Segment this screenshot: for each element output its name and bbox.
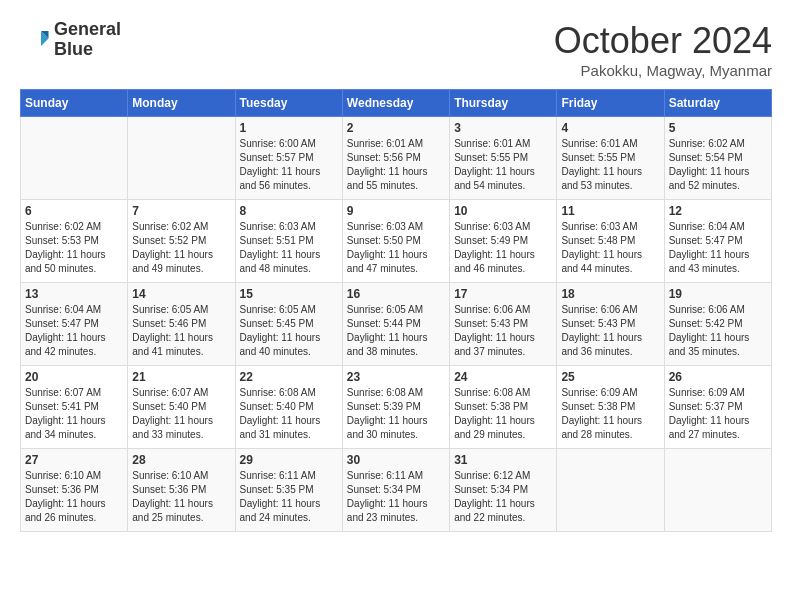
day-number: 31 xyxy=(454,453,552,467)
day-info: Sunrise: 6:00 AMSunset: 5:57 PMDaylight:… xyxy=(240,137,338,193)
day-info: Sunrise: 6:05 AMSunset: 5:46 PMDaylight:… xyxy=(132,303,230,359)
day-info: Sunrise: 6:08 AMSunset: 5:38 PMDaylight:… xyxy=(454,386,552,442)
day-number: 7 xyxy=(132,204,230,218)
weekday-header: Saturday xyxy=(664,90,771,117)
day-number: 29 xyxy=(240,453,338,467)
day-info: Sunrise: 6:10 AMSunset: 5:36 PMDaylight:… xyxy=(132,469,230,525)
calendar-cell: 1Sunrise: 6:00 AMSunset: 5:57 PMDaylight… xyxy=(235,117,342,200)
day-info: Sunrise: 6:04 AMSunset: 5:47 PMDaylight:… xyxy=(25,303,123,359)
day-info: Sunrise: 6:02 AMSunset: 5:52 PMDaylight:… xyxy=(132,220,230,276)
calendar-cell: 29Sunrise: 6:11 AMSunset: 5:35 PMDayligh… xyxy=(235,449,342,532)
calendar-cell xyxy=(21,117,128,200)
weekday-header: Wednesday xyxy=(342,90,449,117)
calendar-header: SundayMondayTuesdayWednesdayThursdayFrid… xyxy=(21,90,772,117)
calendar-cell: 16Sunrise: 6:05 AMSunset: 5:44 PMDayligh… xyxy=(342,283,449,366)
day-info: Sunrise: 6:11 AMSunset: 5:35 PMDaylight:… xyxy=(240,469,338,525)
calendar-week-row: 13Sunrise: 6:04 AMSunset: 5:47 PMDayligh… xyxy=(21,283,772,366)
calendar-cell: 17Sunrise: 6:06 AMSunset: 5:43 PMDayligh… xyxy=(450,283,557,366)
calendar-cell: 22Sunrise: 6:08 AMSunset: 5:40 PMDayligh… xyxy=(235,366,342,449)
day-number: 14 xyxy=(132,287,230,301)
day-info: Sunrise: 6:01 AMSunset: 5:56 PMDaylight:… xyxy=(347,137,445,193)
weekday-header: Tuesday xyxy=(235,90,342,117)
day-info: Sunrise: 6:11 AMSunset: 5:34 PMDaylight:… xyxy=(347,469,445,525)
day-number: 18 xyxy=(561,287,659,301)
calendar-cell: 13Sunrise: 6:04 AMSunset: 5:47 PMDayligh… xyxy=(21,283,128,366)
calendar-week-row: 20Sunrise: 6:07 AMSunset: 5:41 PMDayligh… xyxy=(21,366,772,449)
calendar-cell: 26Sunrise: 6:09 AMSunset: 5:37 PMDayligh… xyxy=(664,366,771,449)
day-number: 1 xyxy=(240,121,338,135)
day-number: 23 xyxy=(347,370,445,384)
day-number: 26 xyxy=(669,370,767,384)
calendar-cell: 9Sunrise: 6:03 AMSunset: 5:50 PMDaylight… xyxy=(342,200,449,283)
calendar-table: SundayMondayTuesdayWednesdayThursdayFrid… xyxy=(20,89,772,532)
calendar-cell: 20Sunrise: 6:07 AMSunset: 5:41 PMDayligh… xyxy=(21,366,128,449)
logo-icon xyxy=(20,25,50,55)
calendar-cell: 27Sunrise: 6:10 AMSunset: 5:36 PMDayligh… xyxy=(21,449,128,532)
day-number: 6 xyxy=(25,204,123,218)
calendar-cell: 18Sunrise: 6:06 AMSunset: 5:43 PMDayligh… xyxy=(557,283,664,366)
day-info: Sunrise: 6:06 AMSunset: 5:42 PMDaylight:… xyxy=(669,303,767,359)
calendar-cell: 7Sunrise: 6:02 AMSunset: 5:52 PMDaylight… xyxy=(128,200,235,283)
day-number: 2 xyxy=(347,121,445,135)
calendar-cell: 2Sunrise: 6:01 AMSunset: 5:56 PMDaylight… xyxy=(342,117,449,200)
calendar-cell: 10Sunrise: 6:03 AMSunset: 5:49 PMDayligh… xyxy=(450,200,557,283)
page-header: General Blue October 2024 Pakokku, Magwa… xyxy=(20,20,772,79)
day-number: 17 xyxy=(454,287,552,301)
calendar-cell: 3Sunrise: 6:01 AMSunset: 5:55 PMDaylight… xyxy=(450,117,557,200)
day-number: 21 xyxy=(132,370,230,384)
day-number: 11 xyxy=(561,204,659,218)
header-row: SundayMondayTuesdayWednesdayThursdayFrid… xyxy=(21,90,772,117)
day-info: Sunrise: 6:07 AMSunset: 5:41 PMDaylight:… xyxy=(25,386,123,442)
day-info: Sunrise: 6:09 AMSunset: 5:38 PMDaylight:… xyxy=(561,386,659,442)
calendar-cell: 12Sunrise: 6:04 AMSunset: 5:47 PMDayligh… xyxy=(664,200,771,283)
day-info: Sunrise: 6:01 AMSunset: 5:55 PMDaylight:… xyxy=(561,137,659,193)
logo-text: General Blue xyxy=(54,20,121,60)
calendar-cell: 30Sunrise: 6:11 AMSunset: 5:34 PMDayligh… xyxy=(342,449,449,532)
weekday-header: Friday xyxy=(557,90,664,117)
calendar-cell xyxy=(664,449,771,532)
logo: General Blue xyxy=(20,20,121,60)
calendar-cell: 5Sunrise: 6:02 AMSunset: 5:54 PMDaylight… xyxy=(664,117,771,200)
day-number: 28 xyxy=(132,453,230,467)
calendar-cell: 21Sunrise: 6:07 AMSunset: 5:40 PMDayligh… xyxy=(128,366,235,449)
day-number: 9 xyxy=(347,204,445,218)
weekday-header: Monday xyxy=(128,90,235,117)
day-number: 13 xyxy=(25,287,123,301)
day-number: 22 xyxy=(240,370,338,384)
day-info: Sunrise: 6:08 AMSunset: 5:39 PMDaylight:… xyxy=(347,386,445,442)
day-info: Sunrise: 6:01 AMSunset: 5:55 PMDaylight:… xyxy=(454,137,552,193)
calendar-cell: 23Sunrise: 6:08 AMSunset: 5:39 PMDayligh… xyxy=(342,366,449,449)
calendar-week-row: 6Sunrise: 6:02 AMSunset: 5:53 PMDaylight… xyxy=(21,200,772,283)
weekday-header: Thursday xyxy=(450,90,557,117)
day-info: Sunrise: 6:09 AMSunset: 5:37 PMDaylight:… xyxy=(669,386,767,442)
day-info: Sunrise: 6:04 AMSunset: 5:47 PMDaylight:… xyxy=(669,220,767,276)
day-number: 8 xyxy=(240,204,338,218)
day-info: Sunrise: 6:02 AMSunset: 5:54 PMDaylight:… xyxy=(669,137,767,193)
calendar-cell: 24Sunrise: 6:08 AMSunset: 5:38 PMDayligh… xyxy=(450,366,557,449)
day-number: 16 xyxy=(347,287,445,301)
day-info: Sunrise: 6:07 AMSunset: 5:40 PMDaylight:… xyxy=(132,386,230,442)
day-info: Sunrise: 6:10 AMSunset: 5:36 PMDaylight:… xyxy=(25,469,123,525)
day-number: 24 xyxy=(454,370,552,384)
calendar-cell: 6Sunrise: 6:02 AMSunset: 5:53 PMDaylight… xyxy=(21,200,128,283)
calendar-cell: 4Sunrise: 6:01 AMSunset: 5:55 PMDaylight… xyxy=(557,117,664,200)
calendar-body: 1Sunrise: 6:00 AMSunset: 5:57 PMDaylight… xyxy=(21,117,772,532)
calendar-cell xyxy=(128,117,235,200)
day-info: Sunrise: 6:05 AMSunset: 5:44 PMDaylight:… xyxy=(347,303,445,359)
day-info: Sunrise: 6:05 AMSunset: 5:45 PMDaylight:… xyxy=(240,303,338,359)
day-number: 20 xyxy=(25,370,123,384)
calendar-cell: 14Sunrise: 6:05 AMSunset: 5:46 PMDayligh… xyxy=(128,283,235,366)
weekday-header: Sunday xyxy=(21,90,128,117)
day-info: Sunrise: 6:03 AMSunset: 5:48 PMDaylight:… xyxy=(561,220,659,276)
day-info: Sunrise: 6:03 AMSunset: 5:51 PMDaylight:… xyxy=(240,220,338,276)
calendar-cell: 8Sunrise: 6:03 AMSunset: 5:51 PMDaylight… xyxy=(235,200,342,283)
day-number: 19 xyxy=(669,287,767,301)
day-info: Sunrise: 6:06 AMSunset: 5:43 PMDaylight:… xyxy=(561,303,659,359)
calendar-cell: 19Sunrise: 6:06 AMSunset: 5:42 PMDayligh… xyxy=(664,283,771,366)
day-number: 10 xyxy=(454,204,552,218)
calendar-cell: 25Sunrise: 6:09 AMSunset: 5:38 PMDayligh… xyxy=(557,366,664,449)
calendar-cell xyxy=(557,449,664,532)
day-number: 15 xyxy=(240,287,338,301)
calendar-week-row: 1Sunrise: 6:00 AMSunset: 5:57 PMDaylight… xyxy=(21,117,772,200)
day-info: Sunrise: 6:03 AMSunset: 5:50 PMDaylight:… xyxy=(347,220,445,276)
